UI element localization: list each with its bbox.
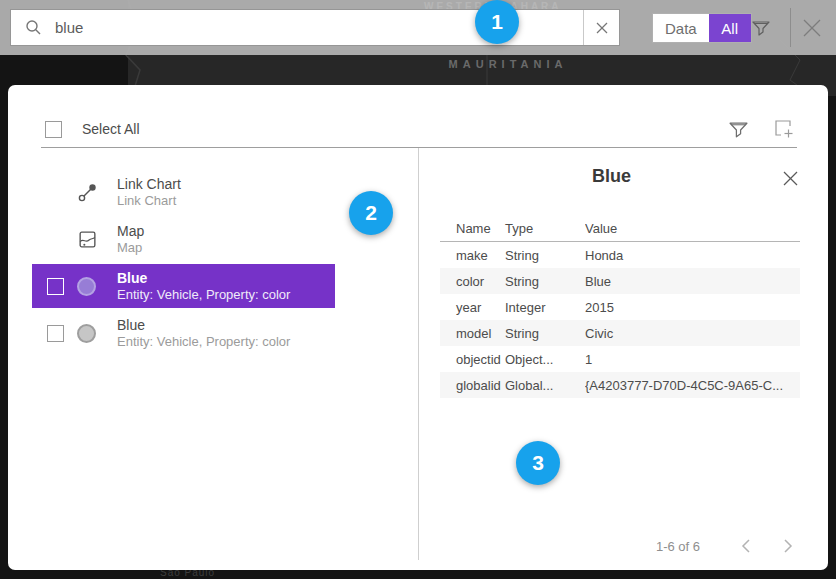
clear-x-icon <box>596 22 608 34</box>
result-item-blue-selected[interactable]: Blue Entity: Vehicle, Property: color <box>32 264 335 308</box>
cell-value: {A4203777-D70D-4C5C-9A65-C... <box>585 378 800 393</box>
results-filter-button[interactable] <box>724 115 752 143</box>
result-checkbox[interactable] <box>47 325 64 342</box>
cell-type: String <box>505 274 585 289</box>
results-header: Select All <box>45 111 798 147</box>
map-icon <box>77 229 117 250</box>
app-screen: WESTERN SAHARA MAURITANIA São Paulo Data <box>0 0 836 579</box>
result-checkbox[interactable] <box>47 278 64 295</box>
result-title: Link Chart <box>117 176 350 192</box>
cell-name: globalid <box>440 378 505 393</box>
add-selection-icon <box>773 118 795 140</box>
search-icon <box>11 19 55 36</box>
clear-search-button[interactable] <box>583 10 619 45</box>
chevron-left-icon <box>741 539 751 553</box>
table-row[interactable]: color String Blue <box>440 268 800 294</box>
result-check-slot <box>47 278 77 295</box>
cell-name: year <box>440 300 505 315</box>
entity-circle-icon <box>77 324 117 343</box>
result-subtitle: Entity: Vehicle, Property: color <box>117 287 335 302</box>
chevron-right-icon <box>783 539 793 553</box>
cell-name: color <box>440 274 505 289</box>
close-x-icon <box>801 17 823 39</box>
table-row[interactable]: model String Civic <box>440 320 800 346</box>
close-x-icon <box>782 170 799 187</box>
cell-type: Global... <box>505 378 585 393</box>
column-header-type: Type <box>505 221 585 236</box>
result-check-slot <box>47 325 77 342</box>
map-label-mauritania: MAURITANIA <box>418 58 598 70</box>
search-filter-button[interactable] <box>748 15 774 41</box>
cell-value: 1 <box>585 352 800 367</box>
cell-type: Integer <box>505 300 585 315</box>
result-title: Blue <box>117 317 350 333</box>
column-header-value: Value <box>585 221 800 236</box>
result-item-blue[interactable]: Blue Entity: Vehicle, Property: color <box>47 311 350 355</box>
pagination: 1-6 of 6 <box>656 534 800 558</box>
select-all-label: Select All <box>82 121 140 137</box>
add-to-selection-button[interactable] <box>770 115 798 143</box>
search-results-panel: Select All <box>8 85 828 570</box>
scope-option-all[interactable]: All <box>709 14 751 42</box>
cell-name: objectid <box>440 352 505 367</box>
result-subtitle: Entity: Vehicle, Property: color <box>117 334 350 349</box>
column-header-name: Name <box>440 221 505 236</box>
table-row[interactable]: make String Honda <box>440 242 800 268</box>
results-list: Link Chart Link Chart Map Map <box>47 170 357 358</box>
search-box <box>10 9 620 46</box>
result-text: Blue Entity: Vehicle, Property: color <box>117 265 335 307</box>
funnel-icon <box>728 119 749 140</box>
result-title: Blue <box>117 270 335 286</box>
cell-value: Honda <box>585 248 800 263</box>
cell-value: Blue <box>585 274 800 289</box>
search-toolbar: Data All <box>0 0 836 55</box>
toolbar-divider <box>790 8 791 47</box>
select-all-checkbox[interactable] <box>45 121 62 138</box>
cell-value: Civic <box>585 326 800 341</box>
cell-name: model <box>440 326 505 341</box>
detail-close-button[interactable] <box>778 166 802 190</box>
scope-option-data[interactable]: Data <box>653 14 709 42</box>
search-scope-toggle: Data All <box>652 13 752 43</box>
result-subtitle: Link Chart <box>117 193 350 208</box>
previous-page-button[interactable] <box>734 534 758 558</box>
close-search-button[interactable] <box>798 14 826 42</box>
cell-type: Object... <box>505 352 585 367</box>
table-header-row: Name Type Value <box>440 216 800 242</box>
result-title: Map <box>117 223 350 239</box>
cell-value: 2015 <box>585 300 800 315</box>
cell-type: String <box>505 248 585 263</box>
pagination-label: 1-6 of 6 <box>656 539 700 554</box>
table-row[interactable]: year Integer 2015 <box>440 294 800 320</box>
result-item-link-chart[interactable]: Link Chart Link Chart <box>47 170 350 214</box>
table-row[interactable]: globalid Global... {A4203777-D70D-4C5C-9… <box>440 372 800 398</box>
link-chart-icon <box>77 181 117 203</box>
result-text: Map Map <box>117 218 350 260</box>
cell-type: String <box>505 326 585 341</box>
result-subtitle: Map <box>117 240 350 255</box>
result-item-map[interactable]: Map Map <box>47 217 350 261</box>
annotation-callout-1: 1 <box>475 0 519 44</box>
cell-name: make <box>440 248 505 263</box>
funnel-icon <box>751 18 771 38</box>
detail-pane: Blue Name Type Value make String Honda <box>419 148 804 570</box>
annotation-callout-2: 2 <box>349 191 393 235</box>
entity-circle-icon <box>77 277 117 296</box>
table-row[interactable]: objectid Object... 1 <box>440 346 800 372</box>
result-text: Blue Entity: Vehicle, Property: color <box>117 312 350 354</box>
detail-title: Blue <box>419 166 804 187</box>
result-text: Link Chart Link Chart <box>117 171 350 213</box>
next-page-button[interactable] <box>776 534 800 558</box>
annotation-callout-3: 3 <box>516 441 560 485</box>
attribute-table: Name Type Value make String Honda color … <box>440 216 800 398</box>
